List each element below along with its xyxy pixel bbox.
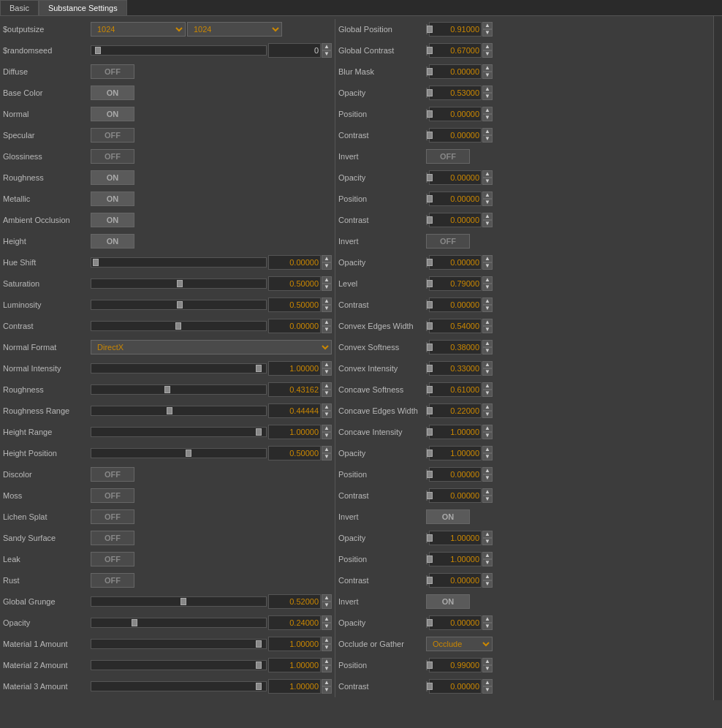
number-input[interactable] (429, 615, 482, 630)
spin-up[interactable]: ▲ (482, 467, 493, 474)
spin-down[interactable]: ▼ (482, 305, 493, 312)
slider-track[interactable] (91, 618, 267, 628)
spin-up[interactable]: ▲ (482, 531, 493, 538)
number-input[interactable] (429, 297, 482, 312)
spin-down[interactable]: ▼ (482, 72, 493, 79)
dropdown-select[interactable]: DirectX (91, 340, 332, 354)
spin-down[interactable]: ▼ (482, 665, 493, 672)
slider-track[interactable] (426, 24, 428, 34)
slider-track[interactable] (91, 681, 267, 691)
spin-down[interactable]: ▼ (322, 368, 332, 376)
number-input[interactable] (429, 531, 482, 545)
spin-down[interactable]: ▼ (322, 665, 332, 672)
spin-down[interactable]: ▼ (322, 432, 332, 439)
spin-up[interactable]: ▲ (482, 319, 493, 326)
spin-down[interactable]: ▼ (482, 50, 493, 58)
toggle-button[interactable]: OFF (91, 488, 134, 503)
spin-down[interactable]: ▼ (482, 453, 493, 460)
toggle-button[interactable]: OFF (91, 573, 134, 588)
dropdown-select[interactable]: Occlude (426, 637, 493, 651)
number-input[interactable] (268, 446, 321, 460)
number-input[interactable] (429, 488, 482, 503)
slider-track[interactable] (426, 618, 428, 628)
slider-track[interactable] (426, 427, 428, 437)
slider-track[interactable] (91, 300, 267, 310)
number-input[interactable] (429, 43, 482, 58)
slider-track[interactable] (91, 257, 267, 268)
number-input[interactable] (268, 403, 321, 418)
slider-track[interactable] (91, 639, 267, 649)
spin-down[interactable]: ▼ (482, 178, 493, 185)
slider-track[interactable] (426, 660, 428, 670)
spin-down[interactable]: ▼ (482, 580, 493, 588)
spin-up[interactable]: ▲ (482, 22, 493, 29)
spin-down[interactable]: ▼ (322, 411, 332, 418)
spin-up[interactable]: ▲ (482, 276, 493, 284)
number-input[interactable] (429, 255, 482, 270)
slider-track[interactable] (426, 490, 428, 501)
slider-track[interactable] (426, 681, 428, 691)
randomseed-input[interactable] (268, 43, 321, 58)
spin-up[interactable]: ▲ (482, 403, 493, 411)
number-input[interactable] (268, 382, 321, 397)
spin-up[interactable]: ▲ (322, 679, 332, 686)
spin-down[interactable]: ▼ (322, 50, 332, 58)
slider-track[interactable] (91, 321, 267, 331)
slider-track[interactable] (91, 427, 267, 437)
spin-up[interactable]: ▲ (322, 43, 332, 50)
spin-down[interactable]: ▼ (482, 538, 493, 545)
toggle-button[interactable]: OFF (91, 128, 134, 143)
number-input[interactable] (268, 637, 321, 651)
spin-up[interactable]: ▲ (322, 361, 332, 368)
spin-down[interactable]: ▼ (322, 623, 332, 630)
spin-down[interactable]: ▼ (322, 390, 332, 397)
number-input[interactable] (429, 573, 482, 588)
spin-down[interactable]: ▼ (482, 368, 493, 376)
number-input[interactable] (268, 319, 321, 333)
number-input[interactable] (429, 107, 482, 121)
toggle-button[interactable]: OFF (426, 149, 470, 164)
slider-track[interactable] (426, 321, 428, 331)
spin-down[interactable]: ▼ (482, 284, 493, 291)
slider-track[interactable] (426, 172, 428, 183)
spin-down[interactable]: ▼ (482, 432, 493, 439)
spin-down[interactable]: ▼ (322, 326, 332, 333)
slider-track[interactable] (426, 384, 428, 395)
scrollbar[interactable] (713, 16, 722, 700)
number-input[interactable] (268, 361, 321, 376)
slider-track[interactable] (426, 575, 428, 585)
spin-up[interactable]: ▲ (482, 446, 493, 453)
spin-up[interactable]: ▲ (482, 425, 493, 432)
slider-track[interactable] (426, 406, 428, 416)
spin-up[interactable]: ▲ (482, 679, 493, 686)
spin-down[interactable]: ▼ (482, 199, 493, 206)
spin-up[interactable]: ▲ (482, 382, 493, 390)
number-input[interactable] (268, 615, 321, 630)
spin-down[interactable]: ▼ (482, 686, 493, 694)
spin-down[interactable]: ▼ (322, 644, 332, 651)
slider-track[interactable] (91, 278, 267, 289)
spin-down[interactable]: ▼ (322, 453, 332, 460)
number-input[interactable] (429, 467, 482, 482)
spin-down[interactable]: ▼ (482, 496, 493, 503)
slider-track[interactable] (426, 448, 428, 458)
toggle-button[interactable]: ON (91, 170, 134, 185)
spin-down[interactable]: ▼ (322, 262, 332, 270)
spin-up[interactable]: ▲ (322, 425, 332, 432)
spin-up[interactable]: ▲ (322, 446, 332, 453)
number-input[interactable] (429, 658, 482, 672)
slider-track[interactable] (426, 45, 428, 56)
spin-up[interactable]: ▲ (482, 43, 493, 50)
slider-track[interactable] (91, 660, 267, 670)
number-input[interactable] (429, 361, 482, 376)
spin-up[interactable]: ▲ (482, 488, 493, 496)
number-input[interactable] (429, 213, 482, 227)
slider-track[interactable] (91, 384, 267, 395)
spin-up[interactable]: ▲ (482, 340, 493, 347)
spin-up[interactable]: ▲ (482, 255, 493, 262)
spin-down[interactable]: ▼ (482, 326, 493, 333)
toggle-button[interactable]: OFF (91, 531, 134, 545)
spin-up[interactable]: ▲ (482, 552, 493, 559)
slider-track[interactable] (426, 194, 428, 204)
spin-up[interactable]: ▲ (322, 637, 332, 644)
